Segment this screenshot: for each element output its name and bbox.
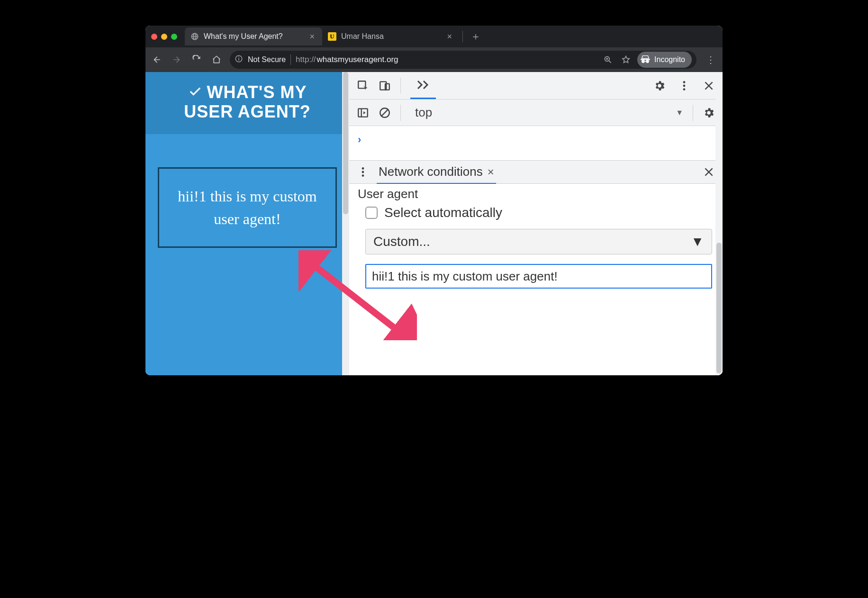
- select-automatically-label: Select automatically: [384, 205, 502, 220]
- svg-point-9: [683, 81, 686, 83]
- chevron-down-icon: ▼: [691, 234, 704, 249]
- globe-icon: [190, 32, 199, 41]
- toolbar-separator: [400, 105, 401, 121]
- preset-value: Custom...: [373, 234, 430, 249]
- toolbar-separator: [693, 105, 693, 121]
- drawer-menu-icon[interactable]: [357, 166, 369, 178]
- detected-user-agent-text: hii!1 this is my custom user agent!: [178, 188, 316, 227]
- devtools-scrollbar[interactable]: [715, 72, 723, 375]
- tab-divider: [462, 31, 463, 42]
- bookmark-star-icon[interactable]: [619, 53, 633, 66]
- incognito-icon: [640, 54, 651, 66]
- chevron-down-icon: ▼: [676, 109, 683, 117]
- device-toggle-icon[interactable]: [379, 80, 391, 92]
- new-tab-button[interactable]: ＋: [466, 29, 486, 44]
- browser-window: What's my User Agent? × U Umar Hansa × ＋: [145, 26, 723, 375]
- devtools-panel: top ▼ › Network conditions ×: [349, 72, 723, 375]
- browser-menu-button[interactable]: ⋮: [703, 54, 718, 65]
- toolbar-separator: [400, 78, 401, 94]
- url-protocol: http://: [296, 55, 316, 64]
- svg-point-4: [642, 60, 644, 62]
- favicon-u-icon: U: [328, 32, 336, 41]
- address-bar[interactable]: Not Secure http:// whatsmyuseragent.org …: [230, 51, 696, 69]
- svg-rect-1: [238, 58, 239, 61]
- rendered-page: WHAT'S MY USER AGENT? hii!1 this is my c…: [145, 72, 349, 375]
- tab-title: What's my User Agent?: [204, 32, 303, 41]
- devtools-menu-icon[interactable]: [675, 80, 693, 92]
- detected-user-agent-box: hii!1 this is my custom user agent!: [158, 167, 337, 248]
- svg-point-14: [362, 167, 364, 170]
- site-info-icon[interactable]: [235, 54, 243, 65]
- drawer-tab-label: Network conditions: [379, 164, 483, 179]
- inspect-element-icon[interactable]: [357, 80, 369, 92]
- drawer-tabbar: Network conditions ×: [349, 160, 723, 184]
- more-panels-button[interactable]: [410, 72, 436, 99]
- user-agent-preset-select[interactable]: Custom... ▼: [365, 229, 712, 254]
- clear-console-icon[interactable]: [379, 107, 391, 119]
- svg-point-5: [647, 60, 649, 62]
- page-header: WHAT'S MY USER AGENT?: [145, 72, 349, 134]
- svg-point-10: [683, 84, 686, 87]
- incognito-badge: Incognito: [637, 52, 692, 68]
- select-automatically-row[interactable]: Select automatically: [356, 205, 716, 220]
- tab-title: Umar Hansa: [341, 32, 440, 41]
- select-automatically-checkbox[interactable]: [365, 207, 378, 219]
- user-agent-input[interactable]: hii!1 this is my custom user agent!: [365, 264, 712, 289]
- console-settings-gear-icon[interactable]: [703, 107, 715, 119]
- url-host: whatsmyuseragent.org: [317, 55, 398, 64]
- browser-toolbar: Not Secure http:// whatsmyuseragent.org …: [145, 47, 723, 72]
- drawer-tab-close-icon[interactable]: ×: [488, 165, 494, 179]
- incognito-label: Incognito: [654, 55, 685, 64]
- scrollbar-thumb[interactable]: [716, 243, 722, 373]
- tab-close-button[interactable]: ×: [445, 31, 454, 43]
- svg-point-11: [683, 88, 686, 91]
- window-zoom-button[interactable]: [171, 34, 177, 40]
- svg-rect-2: [238, 57, 239, 58]
- tab-strip: What's my User Agent? × U Umar Hansa × ＋: [145, 26, 723, 47]
- forward-button[interactable]: [170, 53, 183, 66]
- sidebar-toggle-icon[interactable]: [357, 107, 369, 119]
- window-controls: [151, 34, 185, 40]
- reload-button[interactable]: [190, 53, 203, 66]
- back-button[interactable]: [150, 53, 163, 66]
- section-title-user-agent: User agent: [358, 187, 716, 201]
- tab-whatsmyuseragent[interactable]: What's my User Agent? ×: [185, 27, 322, 45]
- svg-point-15: [362, 171, 364, 173]
- home-button[interactable]: [210, 53, 223, 66]
- svg-point-16: [362, 174, 364, 177]
- security-status: Not Secure: [248, 55, 286, 64]
- network-conditions-pane: User agent Select automatically Custom..…: [349, 184, 723, 375]
- console-prompt-icon: ›: [358, 134, 361, 146]
- omnibox-separator: [290, 54, 291, 65]
- content-area: WHAT'S MY USER AGENT? hii!1 this is my c…: [145, 72, 723, 375]
- execution-context-selector[interactable]: top ▼: [410, 105, 683, 120]
- drawer-tab-network-conditions[interactable]: Network conditions ×: [377, 160, 496, 184]
- user-agent-input-value: hii!1 this is my custom user agent!: [372, 269, 558, 284]
- page-scrollbar[interactable]: [342, 72, 349, 375]
- page-title-line1: WHAT'S MY: [207, 82, 307, 102]
- tab-umarhansa[interactable]: U Umar Hansa ×: [322, 27, 460, 45]
- console-toolbar: top ▼: [349, 100, 723, 126]
- scrollbar-thumb[interactable]: [343, 72, 348, 214]
- devtools-main-toolbar: [349, 72, 723, 100]
- url-display: http:// whatsmyuseragent.org: [296, 55, 398, 64]
- window-minimize-button[interactable]: [161, 34, 167, 40]
- drawer-close-icon[interactable]: [703, 166, 715, 178]
- settings-gear-icon[interactable]: [653, 80, 666, 92]
- window-close-button[interactable]: [151, 34, 157, 40]
- devtools-close-icon[interactable]: [703, 80, 715, 92]
- context-label: top: [415, 105, 432, 120]
- page-title-line2: USER AGENT?: [184, 102, 311, 121]
- console-input-area[interactable]: ›: [349, 126, 723, 160]
- svg-rect-12: [358, 109, 368, 117]
- check-icon: [188, 82, 202, 102]
- zoom-icon[interactable]: [601, 53, 615, 66]
- svg-rect-6: [358, 81, 365, 88]
- tab-close-button[interactable]: ×: [307, 31, 316, 43]
